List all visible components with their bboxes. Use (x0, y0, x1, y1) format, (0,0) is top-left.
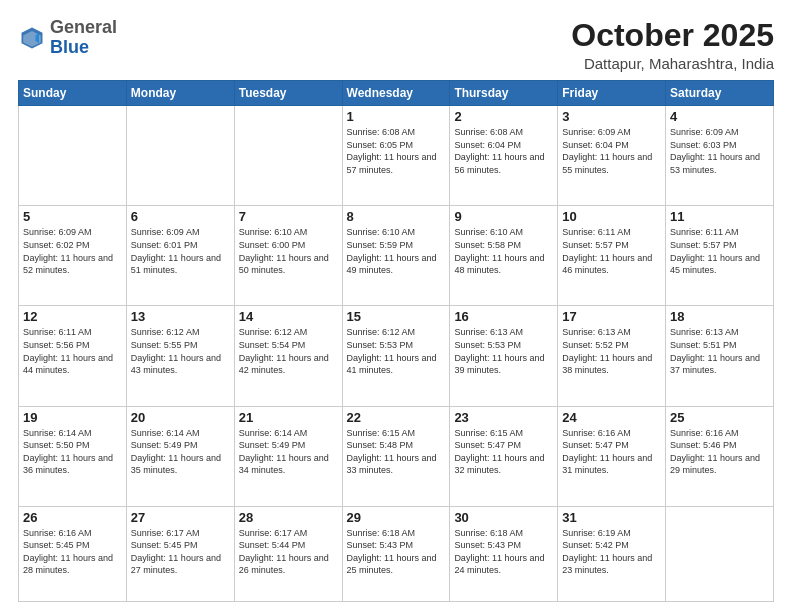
calendar-cell: 24Sunrise: 6:16 AM Sunset: 5:47 PM Dayli… (558, 406, 666, 506)
day-number: 15 (347, 309, 446, 324)
day-number: 22 (347, 410, 446, 425)
title-block: October 2025 Dattapur, Maharashtra, Indi… (571, 18, 774, 72)
calendar-cell: 3Sunrise: 6:09 AM Sunset: 6:04 PM Daylig… (558, 106, 666, 206)
day-number: 20 (131, 410, 230, 425)
day-info: Sunrise: 6:14 AM Sunset: 5:49 PM Dayligh… (131, 427, 230, 477)
day-number: 4 (670, 109, 769, 124)
logo: General Blue (18, 18, 117, 58)
day-number: 30 (454, 510, 553, 525)
day-number: 2 (454, 109, 553, 124)
day-number: 19 (23, 410, 122, 425)
day-info: Sunrise: 6:11 AM Sunset: 5:57 PM Dayligh… (562, 226, 661, 276)
day-number: 21 (239, 410, 338, 425)
calendar-cell: 22Sunrise: 6:15 AM Sunset: 5:48 PM Dayli… (342, 406, 450, 506)
calendar-cell: 2Sunrise: 6:08 AM Sunset: 6:04 PM Daylig… (450, 106, 558, 206)
calendar-table: Sunday Monday Tuesday Wednesday Thursday… (18, 80, 774, 602)
calendar-cell: 10Sunrise: 6:11 AM Sunset: 5:57 PM Dayli… (558, 206, 666, 306)
day-info: Sunrise: 6:18 AM Sunset: 5:43 PM Dayligh… (347, 527, 446, 577)
header-wednesday: Wednesday (342, 81, 450, 106)
day-number: 7 (239, 209, 338, 224)
day-info: Sunrise: 6:12 AM Sunset: 5:53 PM Dayligh… (347, 326, 446, 376)
day-number: 23 (454, 410, 553, 425)
header-sunday: Sunday (19, 81, 127, 106)
day-info: Sunrise: 6:10 AM Sunset: 5:58 PM Dayligh… (454, 226, 553, 276)
calendar-cell: 11Sunrise: 6:11 AM Sunset: 5:57 PM Dayli… (666, 206, 774, 306)
calendar-cell: 4Sunrise: 6:09 AM Sunset: 6:03 PM Daylig… (666, 106, 774, 206)
day-number: 16 (454, 309, 553, 324)
day-info: Sunrise: 6:16 AM Sunset: 5:47 PM Dayligh… (562, 427, 661, 477)
day-number: 26 (23, 510, 122, 525)
day-info: Sunrise: 6:11 AM Sunset: 5:56 PM Dayligh… (23, 326, 122, 376)
day-info: Sunrise: 6:09 AM Sunset: 6:02 PM Dayligh… (23, 226, 122, 276)
calendar-cell: 7Sunrise: 6:10 AM Sunset: 6:00 PM Daylig… (234, 206, 342, 306)
day-info: Sunrise: 6:16 AM Sunset: 5:45 PM Dayligh… (23, 527, 122, 577)
day-info: Sunrise: 6:09 AM Sunset: 6:03 PM Dayligh… (670, 126, 769, 176)
header: General Blue October 2025 Dattapur, Maha… (18, 18, 774, 72)
day-info: Sunrise: 6:10 AM Sunset: 5:59 PM Dayligh… (347, 226, 446, 276)
month-title: October 2025 (571, 18, 774, 53)
day-info: Sunrise: 6:14 AM Sunset: 5:49 PM Dayligh… (239, 427, 338, 477)
day-info: Sunrise: 6:19 AM Sunset: 5:42 PM Dayligh… (562, 527, 661, 577)
header-saturday: Saturday (666, 81, 774, 106)
calendar-cell: 28Sunrise: 6:17 AM Sunset: 5:44 PM Dayli… (234, 506, 342, 601)
day-info: Sunrise: 6:17 AM Sunset: 5:45 PM Dayligh… (131, 527, 230, 577)
day-number: 31 (562, 510, 661, 525)
day-number: 5 (23, 209, 122, 224)
logo-text: General Blue (50, 18, 117, 58)
header-tuesday: Tuesday (234, 81, 342, 106)
page: General Blue October 2025 Dattapur, Maha… (0, 0, 792, 612)
calendar-cell (666, 506, 774, 601)
day-number: 1 (347, 109, 446, 124)
week-row-1: 1Sunrise: 6:08 AM Sunset: 6:05 PM Daylig… (19, 106, 774, 206)
day-info: Sunrise: 6:13 AM Sunset: 5:52 PM Dayligh… (562, 326, 661, 376)
day-info: Sunrise: 6:18 AM Sunset: 5:43 PM Dayligh… (454, 527, 553, 577)
day-number: 9 (454, 209, 553, 224)
day-info: Sunrise: 6:09 AM Sunset: 6:04 PM Dayligh… (562, 126, 661, 176)
day-info: Sunrise: 6:17 AM Sunset: 5:44 PM Dayligh… (239, 527, 338, 577)
calendar-cell: 30Sunrise: 6:18 AM Sunset: 5:43 PM Dayli… (450, 506, 558, 601)
logo-blue: Blue (50, 37, 89, 57)
calendar-cell: 12Sunrise: 6:11 AM Sunset: 5:56 PM Dayli… (19, 306, 127, 406)
day-info: Sunrise: 6:16 AM Sunset: 5:46 PM Dayligh… (670, 427, 769, 477)
day-number: 13 (131, 309, 230, 324)
calendar-cell: 1Sunrise: 6:08 AM Sunset: 6:05 PM Daylig… (342, 106, 450, 206)
day-info: Sunrise: 6:13 AM Sunset: 5:53 PM Dayligh… (454, 326, 553, 376)
calendar-cell (234, 106, 342, 206)
week-row-3: 12Sunrise: 6:11 AM Sunset: 5:56 PM Dayli… (19, 306, 774, 406)
calendar-cell: 17Sunrise: 6:13 AM Sunset: 5:52 PM Dayli… (558, 306, 666, 406)
calendar-cell: 13Sunrise: 6:12 AM Sunset: 5:55 PM Dayli… (126, 306, 234, 406)
calendar-cell: 9Sunrise: 6:10 AM Sunset: 5:58 PM Daylig… (450, 206, 558, 306)
day-info: Sunrise: 6:14 AM Sunset: 5:50 PM Dayligh… (23, 427, 122, 477)
calendar-cell: 18Sunrise: 6:13 AM Sunset: 5:51 PM Dayli… (666, 306, 774, 406)
day-number: 25 (670, 410, 769, 425)
calendar-cell: 15Sunrise: 6:12 AM Sunset: 5:53 PM Dayli… (342, 306, 450, 406)
calendar-cell: 25Sunrise: 6:16 AM Sunset: 5:46 PM Dayli… (666, 406, 774, 506)
day-number: 10 (562, 209, 661, 224)
calendar-cell: 14Sunrise: 6:12 AM Sunset: 5:54 PM Dayli… (234, 306, 342, 406)
day-number: 29 (347, 510, 446, 525)
day-info: Sunrise: 6:08 AM Sunset: 6:05 PM Dayligh… (347, 126, 446, 176)
day-number: 14 (239, 309, 338, 324)
calendar-cell: 23Sunrise: 6:15 AM Sunset: 5:47 PM Dayli… (450, 406, 558, 506)
header-friday: Friday (558, 81, 666, 106)
day-info: Sunrise: 6:12 AM Sunset: 5:54 PM Dayligh… (239, 326, 338, 376)
calendar-cell: 8Sunrise: 6:10 AM Sunset: 5:59 PM Daylig… (342, 206, 450, 306)
day-number: 3 (562, 109, 661, 124)
calendar-cell (19, 106, 127, 206)
day-info: Sunrise: 6:11 AM Sunset: 5:57 PM Dayligh… (670, 226, 769, 276)
day-info: Sunrise: 6:10 AM Sunset: 6:00 PM Dayligh… (239, 226, 338, 276)
header-thursday: Thursday (450, 81, 558, 106)
logo-icon (18, 24, 46, 52)
day-number: 6 (131, 209, 230, 224)
day-number: 11 (670, 209, 769, 224)
header-monday: Monday (126, 81, 234, 106)
day-number: 8 (347, 209, 446, 224)
day-info: Sunrise: 6:09 AM Sunset: 6:01 PM Dayligh… (131, 226, 230, 276)
calendar-cell: 31Sunrise: 6:19 AM Sunset: 5:42 PM Dayli… (558, 506, 666, 601)
week-row-4: 19Sunrise: 6:14 AM Sunset: 5:50 PM Dayli… (19, 406, 774, 506)
calendar-cell: 19Sunrise: 6:14 AM Sunset: 5:50 PM Dayli… (19, 406, 127, 506)
logo-general: General (50, 17, 117, 37)
calendar-cell: 20Sunrise: 6:14 AM Sunset: 5:49 PM Dayli… (126, 406, 234, 506)
day-info: Sunrise: 6:13 AM Sunset: 5:51 PM Dayligh… (670, 326, 769, 376)
calendar-cell: 27Sunrise: 6:17 AM Sunset: 5:45 PM Dayli… (126, 506, 234, 601)
